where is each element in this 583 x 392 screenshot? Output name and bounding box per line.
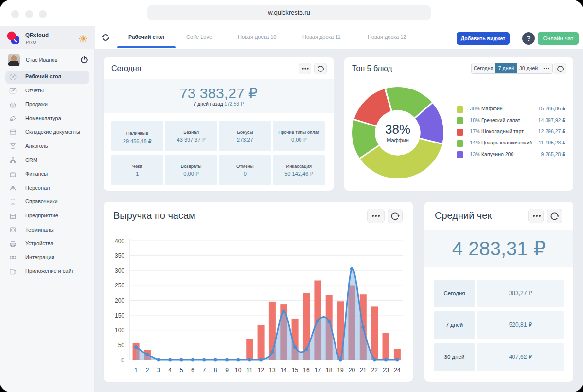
svg-text:3: 3 [157, 367, 160, 374]
svg-text:50: 50 [118, 342, 125, 349]
svg-text:11: 11 [247, 367, 253, 374]
svg-text:23: 23 [383, 367, 389, 374]
svg-text:13: 13 [269, 367, 276, 374]
svg-text:0: 0 [121, 357, 124, 364]
svg-text:14: 14 [281, 367, 287, 374]
svg-text:4: 4 [168, 367, 172, 374]
svg-text:100: 100 [115, 327, 124, 334]
svg-text:5: 5 [180, 367, 183, 374]
svg-text:400: 400 [115, 238, 124, 245]
svg-text:17: 17 [315, 367, 321, 374]
svg-text:150: 150 [115, 312, 124, 319]
svg-text:21: 21 [360, 367, 367, 374]
svg-text:20: 20 [349, 367, 355, 374]
svg-text:10: 10 [235, 367, 242, 374]
svg-text:18: 18 [326, 367, 333, 374]
svg-text:250: 250 [115, 282, 124, 289]
svg-text:24: 24 [394, 367, 401, 374]
svg-text:15: 15 [292, 367, 299, 374]
svg-text:16: 16 [303, 367, 310, 374]
svg-text:22: 22 [371, 367, 378, 374]
svg-text:6: 6 [191, 367, 194, 374]
svg-text:200: 200 [115, 297, 124, 304]
svg-text:7: 7 [202, 367, 206, 374]
svg-text:9: 9 [225, 367, 229, 374]
svg-text:350: 350 [115, 252, 124, 259]
svg-text:19: 19 [337, 367, 344, 374]
svg-text:8: 8 [214, 367, 217, 374]
svg-text:2: 2 [146, 367, 149, 374]
svg-text:12: 12 [258, 367, 265, 374]
svg-text:300: 300 [115, 267, 124, 274]
svg-text:1: 1 [134, 367, 138, 374]
